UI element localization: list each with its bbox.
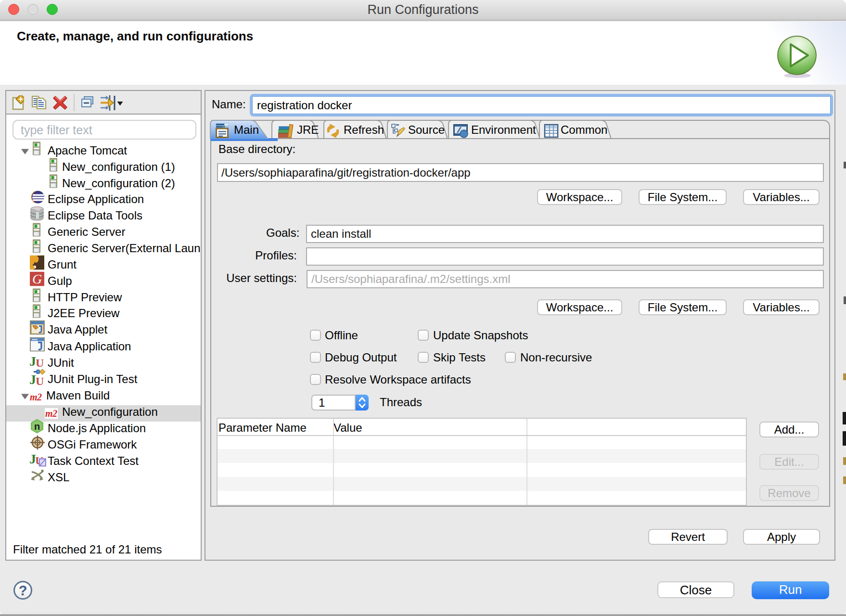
- svg-text:U: U: [36, 375, 44, 385]
- svg-text:G: G: [32, 272, 42, 286]
- svg-text:U: U: [36, 357, 44, 367]
- svg-text:J: J: [29, 372, 36, 385]
- svg-text:J: J: [29, 355, 36, 367]
- svg-text:n: n: [34, 421, 40, 432]
